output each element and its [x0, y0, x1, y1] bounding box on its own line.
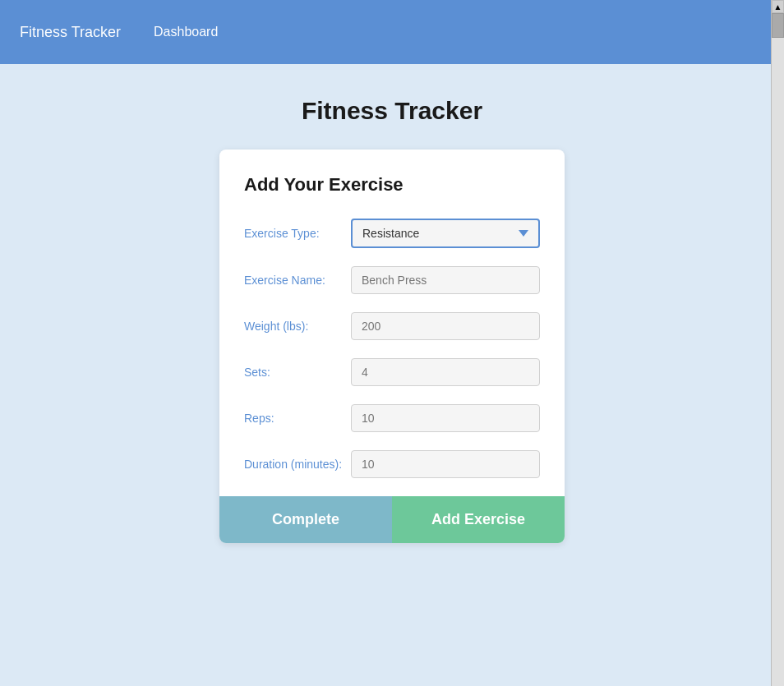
form-card: Add Your Exercise Exercise Type: Cardio … [219, 150, 565, 543]
page-title: Fitness Tracker [302, 97, 482, 125]
scrollbar-thumb[interactable] [772, 13, 784, 38]
navbar-dashboard-link[interactable]: Dashboard [154, 25, 218, 39]
exercise-name-input[interactable] [351, 266, 540, 294]
scrollbar-up-arrow[interactable]: ▲ [772, 0, 784, 13]
exercise-name-label: Exercise Name: [244, 274, 351, 287]
button-row: Complete Add Exercise [219, 496, 565, 543]
duration-label: Duration (minutes): [244, 458, 351, 471]
exercise-type-group: Exercise Type: Cardio Resistance Flexibi… [244, 219, 540, 248]
sets-label: Sets: [244, 366, 351, 379]
sets-input[interactable] [351, 358, 540, 386]
complete-button[interactable]: Complete [219, 496, 392, 543]
exercise-type-label: Exercise Type: [244, 227, 351, 240]
duration-input[interactable] [351, 450, 540, 478]
weight-group: Weight (lbs): [244, 312, 540, 340]
sets-group: Sets: [244, 358, 540, 386]
exercise-name-group: Exercise Name: [244, 266, 540, 294]
reps-label: Reps: [244, 412, 351, 425]
form-title: Add Your Exercise [244, 174, 540, 196]
navbar: Fitness Tracker Dashboard [0, 0, 784, 64]
main-content: Fitness Tracker Add Your Exercise Exerci… [0, 64, 784, 576]
duration-group: Duration (minutes): [244, 450, 540, 478]
weight-input[interactable] [351, 312, 540, 340]
navbar-brand[interactable]: Fitness Tracker [20, 24, 121, 41]
reps-input[interactable] [351, 404, 540, 432]
add-exercise-button[interactable]: Add Exercise [392, 496, 565, 543]
scrollbar: ▲ [771, 0, 784, 686]
weight-label: Weight (lbs): [244, 320, 351, 333]
reps-group: Reps: [244, 404, 540, 432]
exercise-type-select[interactable]: Cardio Resistance Flexibility Balance [351, 219, 540, 248]
